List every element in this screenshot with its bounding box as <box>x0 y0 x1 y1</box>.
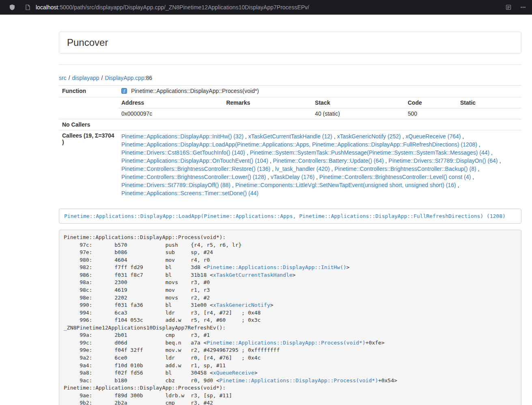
callee-separator: , <box>477 141 480 148</box>
function-icon: f <box>121 88 127 95</box>
col-header-remarks: Remarks <box>223 97 312 108</box>
symbol-table: Function f Pinetime::Applications::Displ… <box>59 85 521 199</box>
callee-separator: , <box>456 182 459 188</box>
breadcrumb-separator: / <box>101 75 103 81</box>
url-host: localhost <box>36 4 58 11</box>
callee-link[interactable]: xQueueReceive (764) <box>405 133 461 140</box>
callee-link[interactable]: Pinetime::Applications::Screens::Timer::… <box>121 190 258 196</box>
callee-separator: , <box>332 133 337 140</box>
breadcrumb-link-displayapp[interactable]: displayapp <box>72 75 99 81</box>
shield-icon[interactable] <box>6 2 18 13</box>
url-text: localhost:5000/path/src/displayapp/Displ… <box>36 4 309 11</box>
shield-icon-glyph <box>9 4 15 11</box>
callee-separator: , <box>243 133 248 140</box>
function-row-label: Function <box>59 86 118 97</box>
callee-separator: , <box>268 157 273 164</box>
col-header-static: Static <box>457 97 521 108</box>
callee-separator: , <box>384 157 389 164</box>
breadcrumb-separator: / <box>69 75 70 81</box>
stack-value: 40 (static) <box>312 108 405 119</box>
reader-view-icon[interactable] <box>503 2 514 13</box>
callee-link[interactable]: Pinetime::Drivers::St7789::DisplayOff() … <box>121 182 230 188</box>
divider <box>59 65 521 65</box>
static-value <box>457 108 521 119</box>
callee-separator: , <box>230 182 235 188</box>
callee-separator: , <box>245 149 250 156</box>
callee-separator: , <box>476 166 480 172</box>
col-header-address: Address <box>118 97 223 108</box>
callee-link[interactable]: Pinetime::Components::LittleVgl::SetNewT… <box>235 182 456 188</box>
disassembly-symbol-link[interactable]: Pinetime::Applications::DisplayApp::Proc… <box>220 377 378 383</box>
stats-row-label <box>59 97 118 119</box>
callee-link[interactable]: Pinetime::Drivers::St7789::DisplayOn() (… <box>388 157 498 164</box>
stats-row: Address Remarks Stack Code Static 0x0000… <box>59 97 521 119</box>
callee-link[interactable]: vTaskDelay (176) <box>271 174 314 180</box>
highlighted-symbol-link[interactable]: Pinetime::Applications::DisplayApp::Load… <box>64 213 506 219</box>
more-options-icon[interactable] <box>517 2 529 13</box>
no-callers-cell <box>118 119 521 130</box>
no-callers-label: No Callers <box>59 119 118 130</box>
function-row: Function f Pinetime::Applications::Displ… <box>59 86 521 97</box>
breadcrumb-link-src[interactable]: src <box>59 75 67 81</box>
highlighted-symbol-box: Pinetime::Applications::DisplayApp::Load… <box>59 209 521 224</box>
breadcrumb-line-number: :86 <box>144 75 152 81</box>
site-identity-icon[interactable] <box>22 2 33 13</box>
callee-link[interactable]: Pinetime::Controllers::BrightnessControl… <box>319 174 471 180</box>
stats-table: Address Remarks Stack Code Static 0x0000… <box>118 97 521 119</box>
callee-separator: , <box>266 174 271 180</box>
breadcrumb-link-file[interactable]: DisplayApp.cpp <box>105 75 144 81</box>
disassembly-symbol-link[interactable]: xQueueReceive <box>213 370 254 376</box>
url-bar[interactable]: localhost:5000/path/src/displayapp/Displ… <box>18 2 503 13</box>
col-header-code: Code <box>405 97 457 108</box>
app-title: Puncover <box>67 37 108 48</box>
callees-label: Callees (19, Σ=3704 ) <box>59 130 118 200</box>
callee-separator: , <box>314 174 319 180</box>
callee-link[interactable]: xTaskGetCurrentTaskHandle (12) <box>248 133 332 140</box>
callee-link[interactable]: Pinetime::Controllers::BrightnessControl… <box>121 166 270 172</box>
callee-link[interactable]: Pinetime::Drivers::Cst816S::GetTouchInfo… <box>121 149 245 156</box>
stats-value-row: 0x0000097c 40 (static) 500 <box>118 108 521 119</box>
callee-separator: , <box>471 174 474 180</box>
function-name-cell: f Pinetime::Applications::DisplayApp::Pr… <box>118 86 521 97</box>
remarks-value <box>223 108 312 119</box>
callee-link[interactable]: lv_task_handler (420) <box>275 166 330 172</box>
callee-link[interactable]: xTaskGenericNotify (252) <box>337 133 401 140</box>
callee-link[interactable]: Pinetime::Controllers::BrightnessControl… <box>334 166 476 172</box>
browser-toolbar: localhost:5000/path/src/displayapp/Displ… <box>0 0 532 15</box>
callee-separator: , <box>461 133 464 140</box>
app-title-panel: Puncover <box>59 32 521 54</box>
disassembly-symbol-link[interactable]: Pinetime::Applications::DisplayApp::Proc… <box>207 340 365 346</box>
callee-separator: , <box>330 166 335 172</box>
disassembly-symbol-link[interactable]: Pinetime::Applications::DisplayApp::Init… <box>207 264 346 270</box>
disassembly-symbol-link[interactable]: xTaskGetCurrentTaskHandle <box>213 272 293 278</box>
col-header-stack: Stack <box>312 97 405 108</box>
callee-link[interactable]: Pinetime::System::SystemTask::PushMessag… <box>250 149 490 156</box>
stats-header-row: Address Remarks Stack Code Static <box>118 97 521 108</box>
callee-link[interactable]: Pinetime::Controllers::BrightnessControl… <box>121 174 266 180</box>
callees-row: Callees (19, Σ=3704 ) Pinetime::Applicat… <box>59 130 521 200</box>
stats-table-cell: Address Remarks Stack Code Static 0x0000… <box>118 97 521 119</box>
callee-link[interactable]: Pinetime::Applications::DisplayApp::Load… <box>121 141 477 148</box>
code-value: 500 <box>405 108 457 119</box>
page-icon-glyph <box>25 4 30 10</box>
more-options-icon-glyph <box>520 4 526 10</box>
disassembly: Pinetime::Applications::DisplayApp::Proc… <box>59 230 521 405</box>
callee-separator: , <box>489 149 493 156</box>
disassembly-symbol-link[interactable]: xTaskGenericNotify <box>213 302 270 308</box>
reader-view-icon-glyph <box>506 4 511 10</box>
no-callers-row: No Callers <box>59 119 521 130</box>
callee-link[interactable]: Pinetime::Controllers::Battery::Update()… <box>273 157 384 164</box>
callee-link[interactable]: Pinetime::Applications::DisplayApp::OnTo… <box>121 157 268 164</box>
page-container: Puncover src/displayapp/DisplayApp.cpp:8… <box>59 32 521 405</box>
callee-link[interactable]: Pinetime::Applications::DisplayApp::Init… <box>121 133 243 140</box>
callees-cell: Pinetime::Applications::DisplayApp::Init… <box>118 130 521 200</box>
url-path: :5000/path/src/displayapp/DisplayApp.cpp… <box>58 4 309 11</box>
address-value: 0x0000097c <box>118 108 223 119</box>
breadcrumb: src/displayapp/DisplayApp.cpp:86 <box>59 75 521 81</box>
function-name: Pinetime::Applications::DisplayApp::Proc… <box>131 88 259 94</box>
callee-separator: , <box>498 157 501 164</box>
callee-separator: , <box>401 133 406 140</box>
callee-separator: , <box>270 166 275 172</box>
